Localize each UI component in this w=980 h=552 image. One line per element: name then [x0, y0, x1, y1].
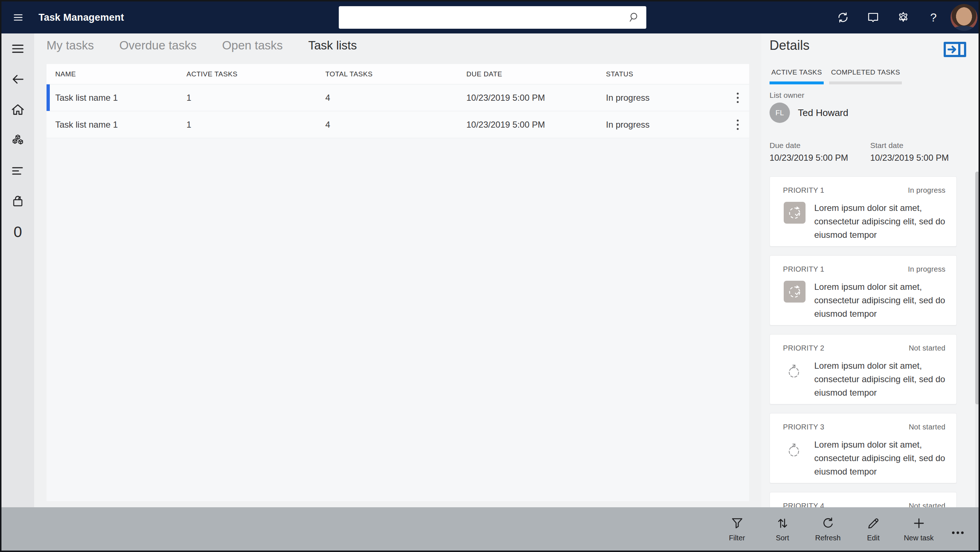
filter-icon — [730, 516, 745, 531]
cell-status: In progress — [606, 93, 704, 103]
search-box — [339, 6, 646, 29]
cell-name: Task list name 1 — [46, 93, 186, 103]
menu-icon — [10, 41, 25, 56]
rail-home-button[interactable] — [2, 94, 34, 125]
due-date-value: 10/23/2019 5:00 PM — [770, 153, 848, 163]
new-task-icon — [912, 516, 926, 531]
details-scrollbar[interactable] — [975, 172, 979, 508]
task-card[interactable]: PRIORITY 1 In progress Lorem ipsum dolor… — [770, 255, 957, 325]
card-description: Lorem ipsum dolor sit amet, consectetur … — [814, 280, 945, 321]
column-header-name[interactable]: NAME — [46, 70, 186, 78]
settings-button[interactable] — [894, 9, 912, 26]
feedback-icon — [867, 11, 880, 24]
card-status-label: Not started — [909, 423, 945, 431]
owner-avatar: FL — [770, 102, 790, 123]
list-owner-label: List owner — [770, 91, 804, 100]
list-lines-icon — [10, 163, 25, 179]
refresh-button[interactable]: Refresh — [805, 507, 851, 550]
rail-badge-item[interactable]: 0 — [2, 217, 34, 247]
table-row[interactable]: Task list name 1 1 4 10/23/2019 5:00 PM … — [46, 85, 749, 111]
search-icon[interactable] — [627, 11, 640, 24]
task-card[interactable]: PRIORITY 2 Not started Lorem ipsum dolor… — [770, 334, 957, 404]
card-priority-label: PRIORITY 3 — [783, 423, 824, 431]
help-button[interactable]: ? — [925, 9, 942, 26]
task-card[interactable]: PRIORITY 1 In progress Lorem ipsum dolor… — [770, 176, 957, 247]
edit-icon — [866, 516, 881, 531]
command-label: Refresh — [815, 534, 840, 542]
app-window: Task Management ? 0 My tasksO — [0, 0, 980, 552]
table-body: Task list name 1 1 4 10/23/2019 5:00 PM … — [46, 85, 749, 138]
ellipsis-vertical-icon — [737, 93, 739, 103]
command-label: Filter — [729, 534, 745, 542]
task-card[interactable]: PRIORITY 4 Not started — [770, 492, 957, 509]
card-priority-label: PRIORITY 1 — [783, 265, 824, 273]
details-tab-active-tasks[interactable]: ACTIVE TASKS — [770, 69, 824, 85]
card-status-label: In progress — [908, 265, 945, 273]
owner-name: Ted Howard — [798, 107, 848, 118]
hamburger-icon — [12, 12, 25, 23]
more-button[interactable] — [942, 507, 974, 550]
details-tabs: ACTIVE TASKSCOMPLETED TASKS — [770, 69, 902, 85]
active-task-cards: PRIORITY 1 In progress Lorem ipsum dolor… — [770, 176, 957, 509]
feedback-button[interactable] — [864, 9, 882, 26]
details-tab-completed-tasks[interactable]: COMPLETED TASKS — [829, 69, 902, 85]
sort-icon — [775, 516, 790, 531]
hamburger-menu-button[interactable] — [10, 9, 27, 26]
table-header-row: NAMEACTIVE TASKSTOTAL TASKSDUE DATESTATU… — [46, 64, 749, 85]
column-header-total-tasks[interactable]: TOTAL TASKS — [325, 70, 466, 78]
main-tabs: My tasksOverdue tasksOpen tasksTask list… — [46, 38, 357, 53]
search-input[interactable] — [339, 6, 646, 29]
row-menu-button[interactable] — [730, 87, 746, 109]
filter-button[interactable]: Filter — [714, 507, 760, 550]
command-label: New task — [904, 534, 934, 542]
back-icon — [10, 72, 25, 87]
rail-back-button[interactable] — [2, 64, 34, 94]
top-app-bar: Task Management ? — [2, 2, 978, 34]
task-card[interactable]: PRIORITY 3 Not started Lorem ipsum dolor… — [770, 413, 957, 483]
table-row[interactable]: Task list name 1 1 4 10/23/2019 5:00 PM … — [46, 111, 749, 138]
help-icon: ? — [930, 12, 937, 23]
cell-total-tasks: 4 — [325, 120, 466, 130]
card-priority-label: PRIORITY 2 — [783, 344, 824, 353]
bag-icon — [10, 194, 25, 209]
new-task-button[interactable]: New task — [896, 507, 942, 550]
ellipsis-vertical-icon — [737, 119, 739, 130]
sync-icon — [837, 11, 850, 24]
settings-icon — [897, 11, 910, 24]
cell-due-date: 10/23/2019 5:00 PM — [466, 93, 606, 103]
not-started-icon — [783, 359, 806, 382]
in-progress-icon — [783, 280, 806, 303]
column-header-status[interactable]: STATUS — [606, 70, 704, 78]
sync-button[interactable] — [834, 9, 852, 26]
app-title: Task Management — [38, 2, 124, 34]
tab-my-tasks[interactable]: My tasks — [46, 38, 94, 53]
user-avatar[interactable] — [951, 4, 977, 31]
rail-menu-button[interactable] — [2, 34, 34, 64]
command-label: Edit — [867, 534, 879, 542]
task-list-table: NAMEACTIVE TASKSTOTAL TASKSDUE DATESTATU… — [46, 64, 749, 501]
column-header-due-date[interactable]: DUE DATE — [466, 70, 606, 78]
selected-row-accent — [46, 85, 50, 111]
details-title: Details — [770, 38, 810, 53]
cell-active-tasks: 1 — [186, 93, 325, 103]
tab-open-tasks[interactable]: Open tasks — [222, 38, 283, 53]
tab-task-lists[interactable]: Task lists — [308, 38, 357, 53]
sort-button[interactable]: Sort — [760, 507, 805, 550]
rail-list-lines-button[interactable] — [2, 156, 34, 186]
edit-button[interactable]: Edit — [851, 507, 896, 550]
column-header-active-tasks[interactable]: ACTIVE TASKS — [186, 70, 325, 78]
row-menu-button[interactable] — [730, 114, 746, 136]
start-date-value: 10/23/2019 5:00 PM — [870, 153, 949, 163]
left-nav-rail: 0 — [2, 34, 34, 509]
details-pane: Details ACTIVE TASKSCOMPLETED TASKS List… — [761, 34, 980, 509]
collapse-pane-button[interactable] — [943, 41, 966, 57]
cell-due-date: 10/23/2019 5:00 PM — [466, 120, 606, 130]
card-status-label: In progress — [908, 186, 945, 195]
rail-modules-button[interactable] — [2, 125, 34, 156]
due-date-label: Due date — [770, 141, 800, 150]
scrollbar-thumb[interactable] — [975, 172, 979, 404]
rail-bag-button[interactable] — [2, 186, 34, 217]
card-description: Lorem ipsum dolor sit amet, consectetur … — [814, 201, 945, 241]
tab-overdue-tasks[interactable]: Overdue tasks — [119, 38, 197, 53]
command-bar: Filter Sort Refresh Edit New task — [2, 507, 978, 550]
